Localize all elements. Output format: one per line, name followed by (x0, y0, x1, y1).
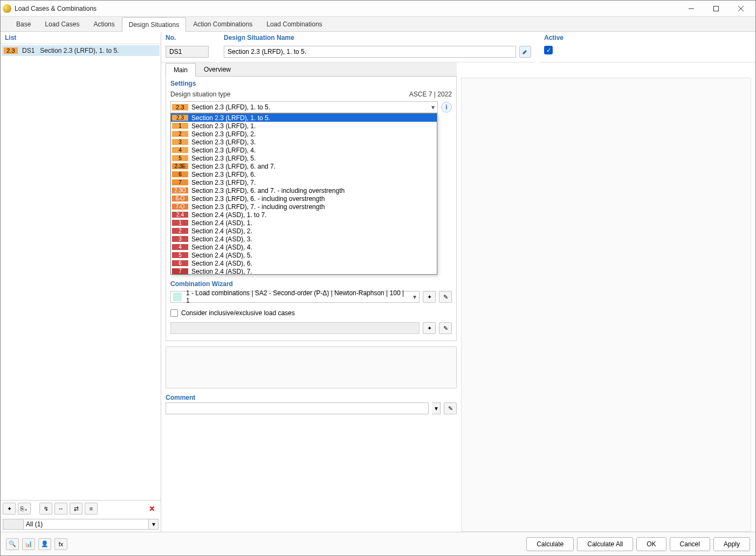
footer-icon-1[interactable]: 🔍 (6, 538, 19, 550)
option-badge: 2 (172, 228, 188, 234)
dropdown-option[interactable]: 6-OSection 2.3 (LRFD), 6. - including ov… (171, 194, 437, 203)
toolbar-btn-5[interactable]: ⇄ (70, 503, 83, 515)
footer-icon-3[interactable]: 👤 (38, 538, 51, 550)
dropdown-option[interactable]: 4Section 2.4 (ASD), 4. (171, 243, 437, 251)
consider-checkbox[interactable] (170, 309, 178, 317)
ok-button[interactable]: OK (636, 537, 666, 551)
chevron-down-icon: ▾ (410, 293, 419, 301)
minimize-button[interactable] (679, 1, 704, 17)
settings-panel: Settings Design situation type ASCE 7 | … (166, 77, 457, 341)
dropdown-option[interactable]: 4Section 2.3 (LRFD), 4. (171, 146, 437, 154)
consider-new-button[interactable]: ✦ (423, 322, 436, 334)
option-badge: 3 (172, 236, 188, 242)
delete-button[interactable]: ✕ (146, 503, 159, 515)
tab-load-combinations[interactable]: Load Combinations (259, 17, 329, 31)
dropdown-option[interactable]: 2.3Section 2.3 (LRFD), 1. to 5. (171, 114, 437, 122)
tab-load-cases[interactable]: Load Cases (38, 17, 86, 31)
close-button[interactable] (728, 1, 753, 17)
cancel-button[interactable]: Cancel (670, 537, 710, 551)
option-badge: 3 (172, 139, 188, 145)
dropdown-option[interactable]: 1Section 2.3 (LRFD), 1. (171, 122, 437, 130)
comment-dropdown-arrow[interactable]: ▾ (432, 402, 441, 414)
calculate-all-button[interactable]: Calculate All (577, 537, 633, 551)
wizard-new-button[interactable]: ✦ (423, 291, 436, 303)
dropdown-option[interactable]: 7Section 2.3 (LRFD), 7. (171, 178, 437, 186)
list-header: List (1, 32, 161, 44)
subtab-main[interactable]: Main (166, 63, 196, 77)
dropdown-option[interactable]: 2Section 2.4 (ASD), 2. (171, 227, 437, 235)
edit-name-button[interactable] (519, 46, 531, 58)
consider-edit-button[interactable]: ✎ (439, 322, 452, 334)
option-badge: 6 (172, 260, 188, 266)
comment-title: Comment (166, 393, 457, 402)
comment-edit-button[interactable]: ✎ (444, 402, 457, 414)
filter-box[interactable]: ▾ (3, 519, 159, 530)
option-text: Section 2.3 (LRFD), 5. (188, 155, 259, 162)
dropdown-option[interactable]: 2.4Section 2.4 (ASD), 1. to 7. (171, 211, 437, 219)
dropdown-option[interactable]: 2Section 2.3 (LRFD), 2. (171, 130, 437, 138)
dropdown-option[interactable]: 1Section 2.4 (ASD), 1. (171, 219, 437, 227)
option-text: Section 2.4 (ASD), 4. (188, 244, 256, 251)
dropdown-option[interactable]: 5Section 2.4 (ASD), 5. (171, 251, 437, 259)
tab-base[interactable]: Base (9, 17, 38, 31)
toolbar-btn-6[interactable]: ≡ (85, 503, 98, 515)
list-toolbar: ✦ ⎘▾ ↯ ↔ ⇄ ≡ ✕ (1, 500, 161, 517)
option-text: Section 2.4 (ASD), 3. (188, 235, 256, 243)
tab-actions[interactable]: Actions (86, 17, 121, 31)
option-text: Section 2.3 (LRFD), 7. (188, 179, 259, 186)
subtab-overview[interactable]: Overview (196, 62, 239, 76)
window-title: Load Cases & Combinations (15, 5, 679, 12)
dropdown-option[interactable]: 7-OSection 2.3 (LRFD), 7. - including ov… (171, 203, 437, 211)
list-row[interactable]: 2.3 DS1 Section 2.3 (LRFD), 1. to 5. (2, 45, 160, 56)
list-row-text: Section 2.3 (LRFD), 1. to 5. (40, 47, 119, 54)
tab-design-situations[interactable]: Design Situations (122, 17, 186, 32)
copy-item-button[interactable]: ⎘▾ (18, 503, 31, 515)
toolbar-btn-4[interactable]: ↔ (54, 503, 67, 515)
dropdown-option[interactable]: 2.3OSection 2.3 (LRFD), 6. and 7. - incl… (171, 186, 437, 194)
maximize-button[interactable] (704, 1, 728, 17)
apply-button[interactable]: Apply (713, 537, 750, 551)
wizard-select[interactable]: 1 - Load combinations | SA2 - Second-ord… (170, 291, 420, 303)
dropdown-option[interactable]: 7Section 2.4 (ASD), 7. (171, 267, 437, 275)
active-checkbox[interactable] (544, 46, 553, 54)
comment-input[interactable] (166, 402, 429, 414)
name-input[interactable] (224, 46, 516, 58)
option-badge: 6-O (172, 196, 188, 201)
wizard-edit-button[interactable]: ✎ (439, 291, 452, 303)
type-dropdown-list[interactable]: 2.3Section 2.3 (LRFD), 1. to 5.1Section … (170, 113, 437, 275)
name-label: Design Situation Name (219, 32, 535, 44)
active-block: Active (540, 32, 755, 62)
option-badge: 4 (172, 147, 188, 153)
new-item-button[interactable]: ✦ (3, 503, 16, 515)
toolbar-btn-3[interactable]: ↯ (39, 503, 52, 515)
option-text: Section 2.3 (LRFD), 6. and 7. - includin… (188, 187, 348, 194)
dropdown-option[interactable]: 6Section 2.3 (LRFD), 6. (171, 170, 437, 178)
chevron-down-icon: ▾ (429, 103, 437, 111)
type-dropdown[interactable]: 2.3 Section 2.3 (LRFD), 1. to 5. ▾ (170, 101, 438, 113)
filter-input[interactable] (23, 519, 149, 530)
option-badge: 4 (172, 244, 188, 250)
calculate-button[interactable]: Calculate (526, 537, 574, 551)
footer-icon-4[interactable]: fx (54, 538, 67, 550)
dropdown-option[interactable]: 3Section 2.4 (ASD), 3. (171, 235, 437, 243)
option-text: Section 2.3 (LRFD), 7. - including overs… (188, 203, 328, 211)
svg-rect-0 (714, 6, 719, 11)
option-badge: 7-O (172, 204, 188, 210)
dropdown-option[interactable]: 6Section 2.4 (ASD), 6. (171, 259, 437, 267)
dropdown-option[interactable]: 3Section 2.3 (LRFD), 3. (171, 138, 437, 146)
consider-label: Consider inclusive/exclusive load cases (181, 309, 295, 317)
info-icon[interactable]: i (441, 102, 452, 113)
dropdown-option[interactable]: 2.3ESection 2.3 (LRFD), 6. and 7. (171, 162, 437, 170)
option-text: Section 2.3 (LRFD), 6. - including overs… (188, 195, 328, 203)
list-area[interactable]: 2.3 DS1 Section 2.3 (LRFD), 1. to 5. (1, 44, 161, 500)
dropdown-option[interactable]: 5Section 2.3 (LRFD), 5. (171, 154, 437, 162)
list-row-id: DS1 (22, 47, 35, 54)
footer-icon-2[interactable]: 📊 (22, 538, 35, 550)
option-badge: 2.3E (172, 163, 188, 169)
filter-dropdown-arrow[interactable]: ▾ (149, 519, 159, 530)
right-pane: No. Design Situation Name Active (161, 32, 755, 532)
tab-action-combinations[interactable]: Action Combinations (186, 17, 259, 31)
filter-swatch (3, 519, 23, 530)
type-dropdown-text: Section 2.3 (LRFD), 1. to 5. (188, 103, 429, 111)
name-block: Design Situation Name (219, 32, 535, 62)
